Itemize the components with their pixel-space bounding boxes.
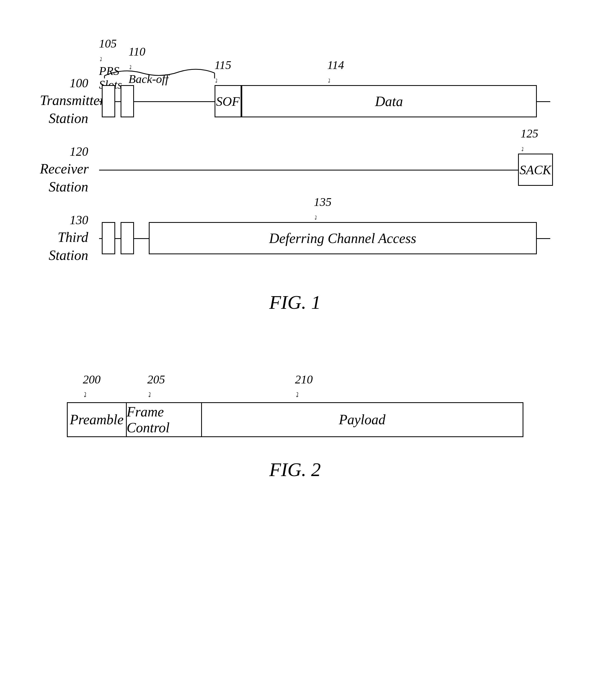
receiver-label: 120 ReceiverStation xyxy=(40,144,99,196)
third-timeline: 135 ⤵ Deferring Channel Access xyxy=(99,217,550,260)
third-text: ThirdStation xyxy=(48,229,88,263)
sack-box: SACK xyxy=(518,154,553,186)
fig2-ref200: 200 ⤵ xyxy=(83,373,101,400)
third-row: 130 ThirdStation 135 ⤵ xyxy=(40,212,550,265)
page: 100 TransmitterStation 105 ⤵ PRS Slots 1… xyxy=(0,0,590,700)
third-label: 130 ThirdStation xyxy=(40,212,99,265)
transmitter-text: TransmitterStation xyxy=(40,93,105,126)
fig1-diagram: 100 TransmitterStation 105 ⤵ PRS Slots 1… xyxy=(32,75,558,314)
fig2-row: Preamble Frame Control Payload xyxy=(67,402,523,437)
transmitter-timeline: 105 ⤵ PRS Slots 110 ⤵ Back-off 115 ⤵ xyxy=(99,80,550,123)
fig1-caption: FIG. 1 xyxy=(32,291,558,314)
receiver-timeline: 125 ⤵ SACK xyxy=(99,148,550,191)
sack-annot: 125 ⤵ xyxy=(521,127,538,154)
backoff-brace xyxy=(102,65,217,78)
fig2-ref210: 210 ⤵ xyxy=(295,373,313,400)
fig2-framecontrol-cell: Frame Control xyxy=(127,403,202,436)
defer-box: Deferring Channel Access xyxy=(149,222,537,254)
transmitter-label: 100 TransmitterStation xyxy=(40,75,99,127)
prs-box2 xyxy=(121,85,134,117)
third-prs-box1 xyxy=(102,222,115,254)
third-ref: 130 xyxy=(40,212,88,228)
transmitter-row: 100 TransmitterStation 105 ⤵ PRS Slots 1… xyxy=(40,75,550,127)
fig2-preamble-cell: Preamble xyxy=(68,403,127,436)
prs-box1 xyxy=(102,85,115,117)
data-box: Data xyxy=(241,85,537,117)
fig2-payload-cell: Payload xyxy=(202,403,522,436)
fig2-caption: FIG. 2 xyxy=(67,459,523,481)
receiver-hline xyxy=(99,170,550,171)
fig2-annots: 200 ⤵ 205 ⤵ 210 ⤵ xyxy=(67,373,523,400)
third-prs-box2 xyxy=(121,222,134,254)
receiver-row: 120 ReceiverStation 125 ⤵ SACK xyxy=(40,144,550,196)
sof-box: SOF xyxy=(215,85,241,117)
receiver-ref: 120 xyxy=(40,144,88,160)
data-ref-annot: 114 ⤵ xyxy=(327,58,344,86)
transmitter-ref: 100 xyxy=(40,75,88,91)
diagram: 100 TransmitterStation 105 ⤵ PRS Slots 1… xyxy=(40,75,550,265)
prs-annot: 105 ⤵ PRS Slots xyxy=(99,37,122,92)
fig2-diagram: 200 ⤵ 205 ⤵ 210 ⤵ Preamble Frame Control… xyxy=(67,373,523,481)
defer-ref-annot: 135 ⤵ xyxy=(314,195,332,223)
receiver-text: ReceiverStation xyxy=(40,161,89,195)
fig2-ref205: 205 ⤵ xyxy=(148,373,165,400)
